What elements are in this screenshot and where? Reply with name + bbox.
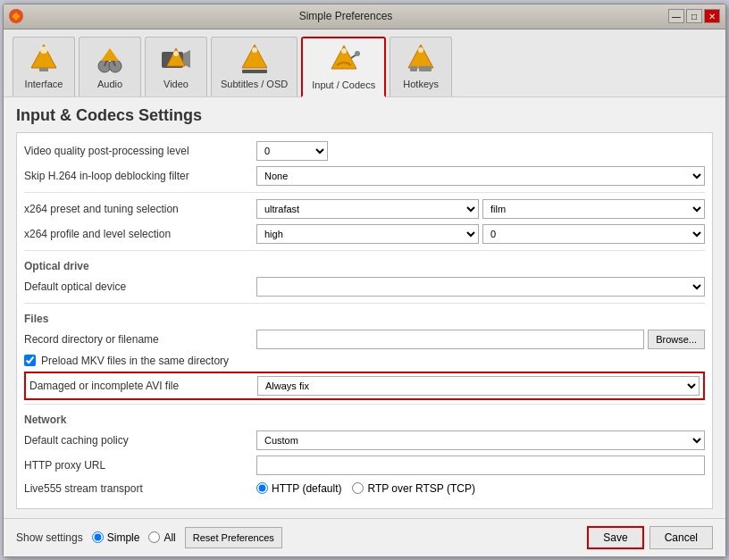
tab-hotkeys[interactable]: Hotkeys: [390, 37, 452, 96]
live555-label: Live555 stream transport: [24, 482, 256, 495]
postprocessing-select[interactable]: 0123: [256, 141, 328, 161]
audio-icon: [92, 41, 128, 77]
x264-profile-control: highbaselinemain 0123: [256, 224, 705, 244]
tab-hotkeys-label: Hotkeys: [403, 79, 439, 89]
setting-row-proxy: HTTP proxy URL: [24, 453, 705, 478]
record-label: Record directory or filename: [24, 333, 256, 346]
live555-rtp-label: RTP over RTSP (TCP): [367, 482, 474, 495]
page-title: Input & Codecs Settings: [16, 106, 713, 125]
caching-select[interactable]: CustomLowest latencyLow latencyNormal: [256, 430, 705, 450]
setting-row-h264: Skip H.264 in-loop deblocking filter Non…: [24, 163, 705, 188]
svg-rect-20: [419, 66, 432, 71]
x264-preset-select[interactable]: ultrafastsuperfastveryfastfasterfast: [256, 199, 479, 219]
interface-icon: [26, 41, 62, 77]
setting-row-postprocessing: Video quality post-processing level 0123: [24, 138, 705, 163]
browse-button[interactable]: Browse...: [648, 330, 705, 349]
avi-control: Always fixNever fixAsk: [257, 376, 700, 396]
postprocessing-control: 0123: [256, 141, 705, 161]
record-control: Browse...: [256, 330, 705, 349]
avi-select[interactable]: Always fixNever fixAsk: [257, 376, 700, 396]
all-radio-label: All: [163, 531, 175, 544]
tab-audio[interactable]: Audio: [79, 37, 141, 96]
x264-preset-control: ultrafastsuperfastveryfastfasterfast fil…: [256, 199, 705, 219]
svg-rect-1: [39, 68, 48, 71]
setting-row-live555: Live555 stream transport HTTP (default) …: [24, 478, 705, 499]
files-section-header: Files: [24, 307, 705, 327]
proxy-control: [256, 456, 705, 475]
cancel-button[interactable]: Cancel: [649, 526, 713, 549]
record-input[interactable]: [256, 330, 644, 349]
window-title: Simple Preferences: [23, 10, 668, 22]
optical-control: [256, 277, 705, 297]
save-button[interactable]: Save: [587, 526, 643, 549]
footer: Show settings Simple All Reset Preferenc…: [4, 518, 725, 556]
content-area: Input & Codecs Settings Video quality po…: [4, 97, 725, 518]
window-controls: — □ ✕: [668, 9, 720, 23]
h264-select[interactable]: NoneAllNon-ref: [256, 166, 705, 186]
show-settings-label: Show settings: [16, 531, 83, 544]
svg-rect-12: [242, 70, 267, 73]
x264-level-select[interactable]: 0123: [482, 224, 705, 244]
live555-http-label: HTTP (default): [272, 482, 341, 495]
close-button[interactable]: ✕: [704, 9, 720, 23]
svg-marker-5: [101, 48, 119, 61]
tab-subtitles-label: Subtitles / OSD: [221, 79, 288, 89]
setting-row-avi: Damaged or incomplete AVI file Always fi…: [24, 372, 705, 400]
footer-left: Show settings Simple All Reset Preferenc…: [16, 527, 282, 548]
proxy-label: HTTP proxy URL: [24, 459, 256, 472]
main-window: 🔶 Simple Preferences — □ ✕ Interface: [3, 4, 726, 557]
minimize-button[interactable]: —: [668, 9, 684, 23]
maximize-button[interactable]: □: [686, 9, 702, 23]
reset-button[interactable]: Reset Preferences: [185, 527, 282, 548]
divider-4: [24, 404, 705, 405]
tab-input[interactable]: Input / Codecs: [301, 37, 386, 97]
live555-http-option[interactable]: HTTP (default): [256, 482, 341, 495]
h264-control: NoneAllNon-ref: [256, 166, 705, 186]
svg-point-2: [40, 46, 47, 54]
divider-3: [24, 303, 705, 304]
tab-interface-label: Interface: [25, 79, 63, 89]
simple-radio[interactable]: [92, 531, 104, 543]
video-icon: [158, 41, 194, 77]
all-radio-option[interactable]: All: [148, 531, 175, 544]
x264-tuning-select[interactable]: filmanimationgrain: [482, 199, 705, 219]
tab-subtitles[interactable]: Subtitles / OSD: [211, 37, 297, 96]
simple-radio-option[interactable]: Simple: [92, 531, 140, 544]
setting-row-x264-preset: x264 preset and tuning selection ultrafa…: [24, 196, 705, 221]
caching-control: CustomLowest latencyLow latencyNormal: [256, 430, 705, 450]
setting-row-record: Record directory or filename Browse...: [24, 327, 705, 352]
tab-input-label: Input / Codecs: [312, 79, 375, 90]
svg-point-9: [173, 51, 179, 56]
simple-radio-label: Simple: [107, 531, 140, 544]
proxy-input[interactable]: [256, 456, 705, 475]
x264-profile-select[interactable]: highbaselinemain: [256, 224, 479, 244]
divider-1: [24, 192, 705, 193]
live555-http-radio[interactable]: [256, 482, 268, 494]
tab-video[interactable]: Video: [145, 37, 207, 96]
footer-right: Save Cancel: [587, 526, 713, 549]
avi-label: Damaged or incomplete AVI file: [29, 380, 257, 392]
preload-mkv-label: Preload MKV files in the same directory: [41, 355, 229, 367]
svg-rect-19: [410, 66, 417, 71]
tab-video-label: Video: [163, 79, 189, 89]
tab-audio-label: Audio: [97, 79, 122, 89]
nav-tabs: Interface Audio: [4, 29, 725, 97]
settings-scroll-area[interactable]: Video quality post-processing level 0123…: [16, 132, 713, 509]
setting-row-caching: Default caching policy CustomLowest late…: [24, 428, 705, 453]
subtitles-icon: [237, 41, 272, 77]
x264-profile-label: x264 profile and level selection: [24, 228, 256, 240]
optical-label: Default optical device: [24, 280, 256, 293]
divider-2: [24, 250, 705, 251]
app-icon: 🔶: [9, 9, 23, 23]
tab-interface[interactable]: Interface: [13, 37, 75, 96]
preload-mkv-checkbox[interactable]: [24, 355, 36, 366]
title-bar: 🔶 Simple Preferences — □ ✕: [4, 4, 725, 29]
live555-rtp-option[interactable]: RTP over RTSP (TCP): [352, 482, 474, 495]
live555-rtp-radio[interactable]: [352, 482, 364, 494]
optical-select[interactable]: [256, 277, 705, 297]
setting-row-optical: Default optical device: [24, 274, 705, 299]
all-radio[interactable]: [148, 531, 160, 543]
live555-control: HTTP (default) RTP over RTSP (TCP): [256, 482, 705, 495]
h264-label: Skip H.264 in-loop deblocking filter: [24, 170, 256, 182]
svg-point-18: [418, 47, 423, 53]
